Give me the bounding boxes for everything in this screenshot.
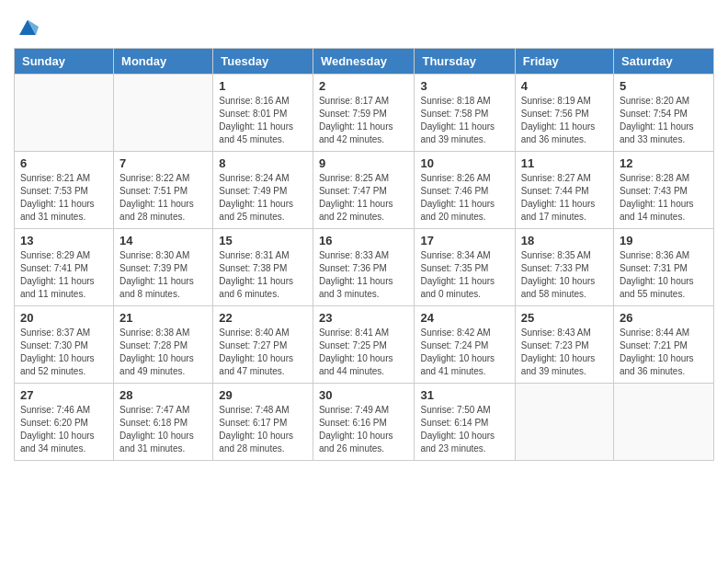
day-info: Sunrise: 8:29 AM Sunset: 7:41 PM Dayligh… [20,249,108,301]
day-header-tuesday: Tuesday [213,49,313,75]
day-header-wednesday: Wednesday [313,49,415,75]
day-info: Sunrise: 8:41 AM Sunset: 7:25 PM Dayligh… [319,327,409,378]
day-info: Sunrise: 8:30 AM Sunset: 7:39 PM Dayligh… [119,249,207,301]
day-number: 18 [521,234,608,247]
day-number: 21 [119,311,207,325]
day-number: 6 [20,156,108,170]
calendar-cell: 16Sunrise: 8:33 AM Sunset: 7:36 PM Dayli… [313,229,415,306]
calendar-cell: 25Sunrise: 8:43 AM Sunset: 7:23 PM Dayli… [515,306,613,384]
calendar-cell: 27Sunrise: 7:46 AM Sunset: 6:20 PM Dayli… [15,384,114,461]
calendar-cell: 30Sunrise: 7:49 AM Sunset: 6:16 PM Dayli… [313,384,415,461]
calendar-week-row: 20Sunrise: 8:37 AM Sunset: 7:30 PM Dayli… [15,306,714,384]
day-header-thursday: Thursday [415,49,515,75]
day-number: 24 [420,311,508,325]
calendar-cell [614,384,714,461]
calendar-cell: 31Sunrise: 7:50 AM Sunset: 6:14 PM Dayli… [415,384,515,461]
calendar-cell: 17Sunrise: 8:34 AM Sunset: 7:35 PM Dayli… [415,229,515,306]
day-header-sunday: Sunday [15,49,114,75]
calendar-cell [515,384,613,461]
day-number: 20 [20,311,108,325]
day-number: 25 [521,311,608,325]
calendar-cell: 29Sunrise: 7:48 AM Sunset: 6:17 PM Dayli… [213,384,313,461]
calendar-cell: 3Sunrise: 8:18 AM Sunset: 7:58 PM Daylig… [415,75,515,152]
day-info: Sunrise: 8:38 AM Sunset: 7:28 PM Dayligh… [119,327,207,378]
day-info: Sunrise: 7:50 AM Sunset: 6:14 PM Dayligh… [420,404,508,455]
day-info: Sunrise: 8:35 AM Sunset: 7:33 PM Dayligh… [521,249,608,301]
day-number: 4 [521,79,608,93]
day-number: 29 [219,388,307,402]
day-info: Sunrise: 8:40 AM Sunset: 7:27 PM Dayligh… [219,327,307,378]
calendar-cell: 28Sunrise: 7:47 AM Sunset: 6:18 PM Dayli… [114,384,213,461]
calendar-cell [15,75,114,152]
day-number: 12 [620,156,708,170]
calendar-cell: 26Sunrise: 8:44 AM Sunset: 7:21 PM Dayli… [614,306,714,384]
day-info: Sunrise: 8:42 AM Sunset: 7:24 PM Dayligh… [420,327,508,378]
day-info: Sunrise: 8:17 AM Sunset: 7:59 PM Dayligh… [319,95,409,146]
day-info: Sunrise: 8:20 AM Sunset: 7:54 PM Dayligh… [620,95,708,146]
day-number: 5 [620,79,708,93]
header [14,9,714,40]
day-number: 28 [119,388,207,402]
calendar-cell: 23Sunrise: 8:41 AM Sunset: 7:25 PM Dayli… [313,306,415,384]
day-number: 7 [119,156,207,170]
page: SundayMondayTuesdayWednesdayThursdayFrid… [0,0,728,563]
day-info: Sunrise: 8:25 AM Sunset: 7:47 PM Dayligh… [319,172,409,224]
calendar-cell: 18Sunrise: 8:35 AM Sunset: 7:33 PM Dayli… [515,229,613,306]
calendar-cell: 8Sunrise: 8:24 AM Sunset: 7:49 PM Daylig… [213,152,313,229]
day-header-monday: Monday [114,49,213,75]
day-header-saturday: Saturday [614,49,714,75]
day-number: 2 [319,79,409,93]
calendar-week-row: 13Sunrise: 8:29 AM Sunset: 7:41 PM Dayli… [15,229,714,306]
calendar-cell: 11Sunrise: 8:27 AM Sunset: 7:44 PM Dayli… [515,152,613,229]
day-number: 10 [420,156,508,170]
calendar-cell: 4Sunrise: 8:19 AM Sunset: 7:56 PM Daylig… [515,75,613,152]
day-info: Sunrise: 7:49 AM Sunset: 6:16 PM Dayligh… [319,404,409,455]
calendar-cell: 9Sunrise: 8:25 AM Sunset: 7:47 PM Daylig… [313,152,415,229]
day-info: Sunrise: 8:26 AM Sunset: 7:46 PM Dayligh… [420,172,508,224]
day-info: Sunrise: 8:44 AM Sunset: 7:21 PM Dayligh… [620,327,708,378]
day-number: 30 [319,388,409,402]
calendar-cell: 6Sunrise: 8:21 AM Sunset: 7:53 PM Daylig… [15,152,114,229]
day-info: Sunrise: 8:24 AM Sunset: 7:49 PM Dayligh… [219,172,307,224]
day-number: 26 [620,311,708,325]
day-info: Sunrise: 8:27 AM Sunset: 7:44 PM Dayligh… [521,172,608,224]
day-number: 17 [420,234,508,247]
calendar-week-row: 27Sunrise: 7:46 AM Sunset: 6:20 PM Dayli… [15,384,714,461]
calendar-header-row: SundayMondayTuesdayWednesdayThursdayFrid… [15,49,714,75]
calendar-week-row: 6Sunrise: 8:21 AM Sunset: 7:53 PM Daylig… [15,152,714,229]
day-number: 1 [219,79,307,93]
day-number: 22 [219,311,307,325]
calendar-cell: 1Sunrise: 8:16 AM Sunset: 8:01 PM Daylig… [213,75,313,152]
logo [14,13,45,40]
day-info: Sunrise: 8:34 AM Sunset: 7:35 PM Dayligh… [420,249,508,301]
calendar-cell: 21Sunrise: 8:38 AM Sunset: 7:28 PM Dayli… [114,306,213,384]
day-number: 31 [420,388,508,402]
day-number: 11 [521,156,608,170]
day-info: Sunrise: 8:28 AM Sunset: 7:43 PM Dayligh… [620,172,708,224]
calendar-cell: 22Sunrise: 8:40 AM Sunset: 7:27 PM Dayli… [213,306,313,384]
day-info: Sunrise: 8:21 AM Sunset: 7:53 PM Dayligh… [20,172,108,224]
day-info: Sunrise: 7:47 AM Sunset: 6:18 PM Dayligh… [119,404,207,455]
calendar-cell: 24Sunrise: 8:42 AM Sunset: 7:24 PM Dayli… [415,306,515,384]
day-number: 3 [420,79,508,93]
calendar-cell: 5Sunrise: 8:20 AM Sunset: 7:54 PM Daylig… [614,75,714,152]
calendar-cell: 14Sunrise: 8:30 AM Sunset: 7:39 PM Dayli… [114,229,213,306]
day-info: Sunrise: 8:16 AM Sunset: 8:01 PM Dayligh… [219,95,307,146]
calendar: SundayMondayTuesdayWednesdayThursdayFrid… [14,48,714,461]
day-info: Sunrise: 8:43 AM Sunset: 7:23 PM Dayligh… [521,327,608,378]
calendar-week-row: 1Sunrise: 8:16 AM Sunset: 8:01 PM Daylig… [15,75,714,152]
day-info: Sunrise: 8:22 AM Sunset: 7:51 PM Dayligh… [119,172,207,224]
day-info: Sunrise: 8:36 AM Sunset: 7:31 PM Dayligh… [620,249,708,301]
day-number: 13 [20,234,108,247]
day-number: 15 [219,234,307,247]
day-info: Sunrise: 8:33 AM Sunset: 7:36 PM Dayligh… [319,249,409,301]
calendar-cell: 2Sunrise: 8:17 AM Sunset: 7:59 PM Daylig… [313,75,415,152]
logo-icon [14,13,41,40]
day-info: Sunrise: 7:46 AM Sunset: 6:20 PM Dayligh… [20,404,108,455]
day-number: 14 [119,234,207,247]
day-number: 23 [319,311,409,325]
day-info: Sunrise: 8:19 AM Sunset: 7:56 PM Dayligh… [521,95,608,146]
day-number: 9 [319,156,409,170]
day-number: 19 [620,234,708,247]
day-number: 8 [219,156,307,170]
